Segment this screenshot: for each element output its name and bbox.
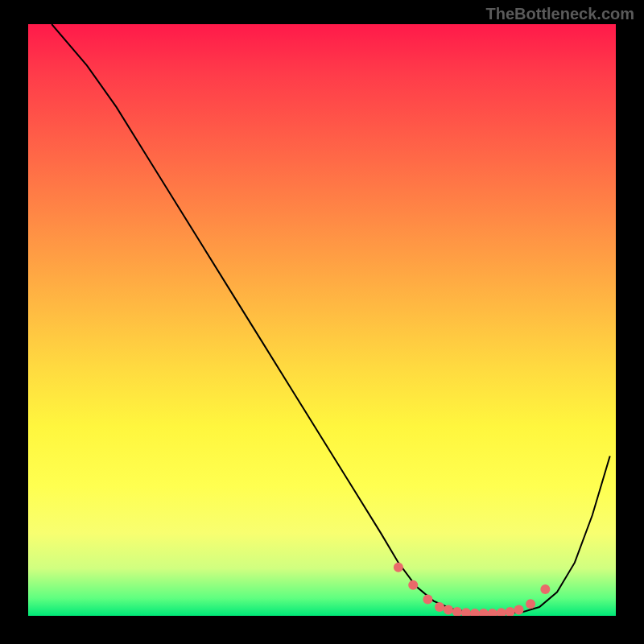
watermark-text: TheBottleneck.com [486,5,634,23]
marker-dot [488,609,497,616]
marker-dot [408,580,418,590]
plot-area [28,24,616,616]
marker-dot [461,608,471,616]
chart-svg [28,24,616,616]
marker-dot [435,602,444,612]
marker-dot [444,605,453,615]
marker-dot [497,608,506,616]
marker-dot [514,605,524,615]
marker-dot [452,607,462,616]
curve-line [52,24,610,613]
marker-dot [470,609,480,616]
marker-dot [479,609,489,616]
curve-markers [394,563,551,616]
marker-dot [540,584,550,594]
marker-dot [526,599,535,609]
marker-dot [394,563,403,572]
marker-dot [423,594,432,604]
marker-dot [506,607,515,616]
